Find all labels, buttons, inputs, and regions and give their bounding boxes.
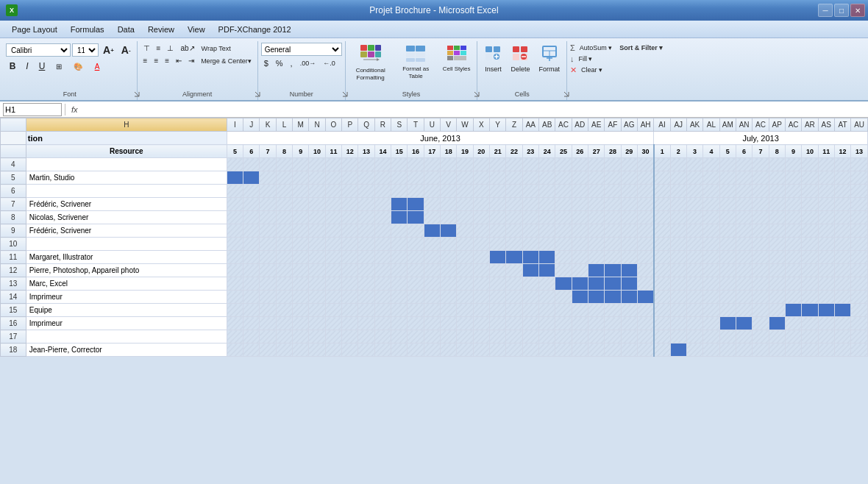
cell-r14-c0[interactable] (227, 344, 243, 357)
cell-r11-c38[interactable] (851, 304, 868, 317)
cell-r9-c15[interactable] (473, 277, 489, 291)
font-name-select[interactable]: Calibri (6, 43, 71, 57)
cell-r2-c3[interactable] (276, 185, 292, 198)
cell-r6-c13[interactable] (441, 238, 457, 251)
cell-r12-c9[interactable] (374, 317, 391, 330)
cell-r4-c28[interactable] (686, 211, 702, 224)
cell-r5-c20[interactable] (555, 224, 572, 238)
cell-r3-c29[interactable] (703, 198, 719, 211)
cell-r8-c38[interactable] (851, 264, 868, 277)
cell-r12-c16[interactable] (490, 317, 506, 330)
cell-r0-c32[interactable] (753, 158, 769, 171)
cell-r5-c26[interactable] (654, 224, 670, 238)
cell-r8-c18[interactable] (522, 264, 538, 277)
cell-r5-c7[interactable] (342, 224, 358, 238)
cell-r1-c23[interactable] (605, 171, 621, 185)
cell-r9-c28[interactable] (686, 277, 702, 291)
cell-r3-c38[interactable] (851, 198, 868, 211)
cell-r8-c33[interactable] (769, 264, 785, 277)
cell-r12-c36[interactable] (818, 317, 834, 330)
cell-r14-c31[interactable] (736, 344, 752, 357)
cell-r10-c11[interactable] (408, 291, 424, 304)
menu-formulas[interactable]: Formulas (65, 24, 110, 35)
cell-r0-c16[interactable] (490, 158, 506, 171)
cell-r3-c23[interactable] (605, 198, 621, 211)
cell-r11-c34[interactable] (785, 304, 801, 317)
cell-r9-c5[interactable] (309, 277, 325, 291)
cell-r6-c27[interactable] (670, 238, 686, 251)
cell-r7-c30[interactable] (719, 251, 736, 264)
cell-r0-c3[interactable] (276, 158, 292, 171)
cell-r14-c4[interactable] (293, 344, 309, 357)
cell-r2-c21[interactable] (572, 185, 588, 198)
cell-r0-c21[interactable] (572, 158, 588, 171)
cell-r0-c12[interactable] (424, 158, 440, 171)
cell-r12-c21[interactable] (572, 317, 588, 330)
cell-r14-c25[interactable] (637, 344, 653, 357)
cell-r10-c36[interactable] (818, 291, 834, 304)
cell-r12-c34[interactable] (785, 317, 801, 330)
cell-r9-c11[interactable] (408, 277, 424, 291)
cell-r8-c17[interactable] (506, 264, 522, 277)
cell-r7-c0[interactable] (227, 251, 243, 264)
cell-r11-c28[interactable] (686, 304, 702, 317)
cell-r13-c27[interactable] (670, 330, 686, 344)
cell-r14-c2[interactable] (260, 344, 276, 357)
wrap-text-button[interactable]: Wrap Text (199, 43, 234, 54)
cell-r2-c35[interactable] (802, 185, 818, 198)
cell-r12-c2[interactable] (260, 317, 276, 330)
cell-r4-c32[interactable] (753, 211, 769, 224)
cell-r12-c31[interactable] (736, 317, 752, 330)
fill-color-button[interactable]: 🎨 (69, 61, 87, 72)
cell-r8-c3[interactable] (276, 264, 292, 277)
cell-r5-c6[interactable] (325, 224, 341, 238)
cell-r14-c9[interactable] (374, 344, 391, 357)
cell-r7-c24[interactable] (621, 251, 637, 264)
cell-r1-c35[interactable] (802, 171, 818, 185)
cell-r13-c38[interactable] (851, 330, 868, 344)
cell-r3-c36[interactable] (818, 198, 834, 211)
cell-r9-c33[interactable] (769, 277, 785, 291)
format-as-table-button[interactable]: Format as Table (396, 43, 436, 82)
cell-r2-c25[interactable] (637, 185, 653, 198)
cell-r5-c14[interactable] (457, 224, 473, 238)
cell-r8-c26[interactable] (654, 264, 670, 277)
cell-r12-c8[interactable] (358, 317, 374, 330)
cell-r4-c33[interactable] (769, 211, 785, 224)
cell-r1-c4[interactable] (293, 171, 309, 185)
cell-r2-c33[interactable] (769, 185, 785, 198)
cell-r8-c0[interactable] (227, 264, 243, 277)
cell-r0-c20[interactable] (555, 158, 572, 171)
cell-r6-c6[interactable] (325, 238, 341, 251)
cell-r9-c17[interactable] (506, 277, 522, 291)
cell-r10-c0[interactable] (227, 291, 243, 304)
cell-r13-c17[interactable] (506, 330, 522, 344)
percent-button[interactable]: % (273, 57, 286, 69)
cell-r0-c10[interactable] (391, 158, 408, 171)
cell-r4-c4[interactable] (293, 211, 309, 224)
cell-r13-c7[interactable] (342, 330, 358, 344)
cell-r4-c34[interactable] (785, 211, 801, 224)
cell-r10-c2[interactable] (260, 291, 276, 304)
cell-r10-c4[interactable] (293, 291, 309, 304)
cell-r4-c10[interactable] (391, 211, 408, 224)
cell-r6-c30[interactable] (719, 238, 736, 251)
cell-r13-c9[interactable] (374, 330, 391, 344)
cell-r2-c28[interactable] (686, 185, 702, 198)
cell-r4-c20[interactable] (555, 211, 572, 224)
cell-r5-c3[interactable] (276, 224, 292, 238)
cell-r14-c7[interactable] (342, 344, 358, 357)
cell-r2-c20[interactable] (555, 185, 572, 198)
cell-r11-c3[interactable] (276, 304, 292, 317)
cell-r3-c21[interactable] (572, 198, 588, 211)
cell-r13-c20[interactable] (555, 330, 572, 344)
cell-r13-c11[interactable] (408, 330, 424, 344)
cell-r9-c2[interactable] (260, 277, 276, 291)
cell-r13-c2[interactable] (260, 330, 276, 344)
cell-r6-c33[interactable] (769, 238, 785, 251)
cell-r3-c0[interactable] (227, 198, 243, 211)
cell-r11-c26[interactable] (654, 304, 670, 317)
cell-r4-c16[interactable] (490, 211, 506, 224)
cell-r4-c27[interactable] (670, 211, 686, 224)
cell-r6-c22[interactable] (588, 238, 604, 251)
